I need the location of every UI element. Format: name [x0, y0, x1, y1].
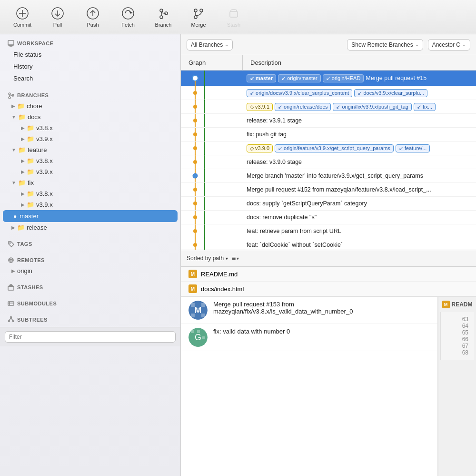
table-row[interactable]: release: v3.9.0 stage	[181, 155, 476, 169]
table-row[interactable]: ↙ master ↙ origin/master ↙ origin/HEAD M…	[181, 71, 476, 86]
ancestor-label: Ancestor C	[432, 41, 460, 48]
sidebar-item-history[interactable]: History	[0, 61, 180, 72]
commit-desc-col-11: docs: remove duplicate "s"	[243, 212, 476, 223]
sidebar-item-search[interactable]: Search	[0, 72, 180, 84]
graph-col-7	[181, 155, 243, 169]
sidebar-item-docs[interactable]: ▼ 📁 docs	[0, 111, 180, 122]
folder-icon: 📁	[27, 201, 34, 208]
sidebar-item-file-status[interactable]: File status	[0, 49, 180, 61]
svg-rect-29	[10, 284, 12, 285]
sidebar-item-release[interactable]: ▶ 📁 release	[0, 222, 180, 233]
commit-list: ↙ master ↙ origin/master ↙ origin/HEAD M…	[181, 71, 476, 250]
graph-svg-4	[181, 114, 243, 127]
sidebar-item-master[interactable]: ● master	[3, 210, 178, 222]
graph-svg-7	[181, 155, 243, 169]
table-row[interactable]: feat: retrieve param from script URL	[181, 224, 476, 238]
folder-icon: 📁	[27, 124, 34, 132]
graph-col-13	[181, 238, 243, 250]
sidebar-item-feature-v39x[interactable]: ▶ 📁 v3.9.x	[0, 166, 180, 177]
all-branches-select[interactable]: All Branches ⌄	[187, 39, 233, 51]
chevron-right-icon: ▶	[11, 103, 15, 109]
graph-svg-9	[181, 183, 243, 196]
table-row[interactable]: docs: supply `getScriptQueryParam` categ…	[181, 197, 476, 211]
readme-side-panel: M READM 63 64 65 66 67 68	[438, 297, 476, 476]
table-row[interactable]: Merge branch 'master' into feature/v3.9.…	[181, 169, 476, 183]
graph-col-10	[181, 197, 243, 210]
sidebar-item-chore[interactable]: ▶ 📁 chore	[0, 101, 180, 111]
sidebar-item-docs-v39x[interactable]: ▶ 📁 v3.9.x	[0, 133, 180, 144]
commit-text-1: Merge pull request #15	[366, 75, 426, 81]
sidebar-item-fix[interactable]: ▼ 📁 fix	[0, 177, 180, 188]
lines-view-button[interactable]: ≡ ▾	[232, 254, 239, 262]
table-row[interactable]: feat: `delCookie` without `setCookie`	[181, 238, 476, 250]
subtrees-section: SUBTREES	[0, 311, 180, 327]
svg-point-7	[122, 8, 134, 19]
sidebar-item-docs-v38x[interactable]: ▶ 📁 v3.8.x	[0, 122, 180, 133]
sidebar-item-fix-v39x[interactable]: ▶ 📁 v3.9.x	[0, 199, 180, 210]
docs-index-icon: M	[188, 284, 197, 293]
graph-col-8	[181, 169, 243, 182]
graph-svg-1	[181, 71, 243, 86]
svg-line-37	[11, 318, 13, 321]
master-dot-icon: ●	[13, 213, 17, 220]
docs-v39x-label: v3.9.x	[36, 135, 53, 142]
sidebar-item-fix-v38x[interactable]: ▶ 📁 v3.8.x	[0, 188, 180, 199]
commit-detail-text-1: Merge pull request #153 from mazeyqian/f…	[213, 301, 430, 315]
file-list: M README.md M docs/index.html	[181, 267, 476, 297]
svg-rect-104	[191, 330, 194, 333]
sidebar-item-feature[interactable]: ▼ 📁 feature	[0, 144, 180, 155]
commit-desc-2: ↙ origin/docs/v3.9.x/clear_surplus_conte…	[247, 89, 472, 97]
commit-desc-11: docs: remove duplicate "s"	[247, 214, 472, 221]
svg-point-8	[160, 9, 163, 12]
sidebar-item-feature-v38x[interactable]: ▶ 📁 v3.8.x	[0, 155, 180, 166]
sorted-by-label: Sorted by path	[187, 255, 224, 262]
commit-button[interactable]: Commit	[6, 3, 39, 31]
fetch-button[interactable]: Fetch	[111, 3, 145, 31]
table-row[interactable]: Merge pull request #152 from mazeyqian/f…	[181, 183, 476, 197]
file-item-readme[interactable]: M README.md	[181, 267, 476, 282]
stashes-label: STASHES	[17, 284, 43, 290]
line-number: 67	[441, 343, 470, 349]
commit-desc-col-6: ◇ v3.9.0 ↙ origin/feature/v3.9.x/get_scr…	[243, 142, 476, 154]
table-row[interactable]: ◇ v3.9.1 ↙ origin/release/docs ↙ origin/…	[181, 100, 476, 114]
commit-detail-text-2: fix: valid data with number 0	[213, 328, 430, 335]
push-button[interactable]: Push	[76, 3, 109, 31]
tag-branch-docs-clear2: ↙ docs/v3.9.x/clear_surplu...	[354, 89, 427, 97]
svg-point-33	[10, 317, 12, 318]
sorted-by-select[interactable]: Sorted by path ▾	[187, 255, 228, 262]
table-row[interactable]: fix: push git tag	[181, 128, 476, 142]
file-item-docs-index[interactable]: M docs/index.html	[181, 282, 476, 296]
workspace-label: WORKSPACE	[17, 41, 53, 46]
ancestor-select[interactable]: Ancestor C ⌄	[428, 39, 470, 51]
commit-desc-3: ◇ v3.9.1 ↙ origin/release/docs ↙ origin/…	[247, 103, 472, 111]
file-status-label: File status	[13, 51, 41, 58]
avatar-img-1: M	[188, 301, 208, 320]
graph-col-9	[181, 183, 243, 196]
branch-button[interactable]: Branch	[147, 3, 180, 31]
table-row[interactable]: ↙ origin/docs/v3.9.x/clear_surplus_conte…	[181, 86, 476, 100]
table-row[interactable]: release: v3.9.1 stage	[181, 114, 476, 128]
table-row[interactable]: docs: remove duplicate "s"	[181, 211, 476, 224]
table-row[interactable]: ◇ v3.9.0 ↙ origin/feature/v3.9.x/get_scr…	[181, 142, 476, 155]
svg-rect-30	[8, 302, 14, 305]
show-remote-branches-select[interactable]: Show Remote Branches ⌄	[347, 39, 423, 51]
submodules-header: SUBMODULES	[0, 298, 180, 309]
sidebar-item-origin[interactable]: ▶ origin	[0, 265, 180, 276]
commit-desc-col-5: fix: push git tag	[243, 129, 476, 140]
chevron-down-ancestor-icon: ⌄	[462, 42, 466, 47]
merge-button[interactable]: Merge	[182, 3, 215, 31]
svg-point-52	[193, 132, 197, 136]
feature-v39x-label: v3.9.x	[36, 168, 53, 175]
remotes-section: REMOTES ▶ origin	[0, 251, 180, 278]
stash-button[interactable]: Stash	[217, 3, 250, 31]
tags-icon	[8, 241, 14, 247]
commit-title-1: Merge pull request #153 from mazeyqian/f…	[213, 301, 430, 315]
workspace-header: WORKSPACE	[0, 38, 180, 49]
tag-origin-release-docs: ↙ origin/release/docs	[275, 103, 331, 111]
pull-button[interactable]: Pull	[41, 3, 74, 31]
master-label: master	[20, 213, 39, 220]
folder-icon: 📁	[27, 190, 34, 197]
filter-input[interactable]	[5, 331, 176, 343]
svg-point-70	[193, 215, 197, 219]
stash-icon	[227, 7, 240, 20]
